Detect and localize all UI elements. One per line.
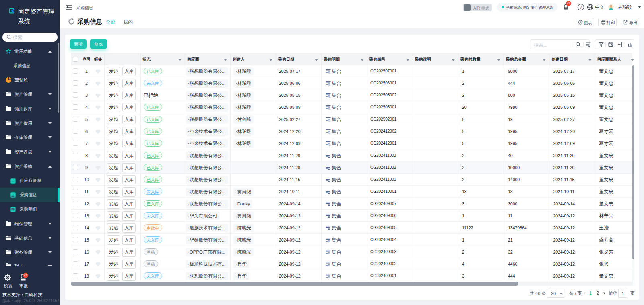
- svg-text:?: ?: [580, 5, 582, 10]
